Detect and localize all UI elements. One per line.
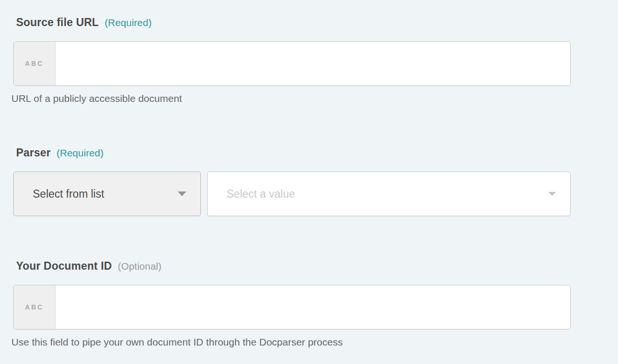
parser-value-dropdown[interactable]: Select a value (207, 172, 571, 216)
text-field-type-icon: ABC (14, 42, 55, 85)
parser-mode-dropdown[interactable]: Select from list (13, 172, 201, 216)
document-id-input[interactable] (55, 285, 570, 329)
chevron-down-icon (178, 191, 186, 196)
document-id-label: Your Document ID (16, 260, 112, 272)
zap-field-form: Source file URL (Required) ABC URL of a … (0, 0, 584, 348)
parser-controls-row: Select from list Select a value (13, 172, 571, 216)
document-id-optional-tag: (Optional) (118, 261, 162, 272)
source-url-help-text: URL of a publicly accessible document (11, 92, 571, 105)
parser-required-tag: (Required) (56, 147, 103, 158)
field-group-document-id: Your Document ID (Optional) ABC Use this… (13, 260, 571, 348)
text-field-type-icon: ABC (14, 285, 55, 329)
source-url-required-tag: (Required) (105, 17, 152, 28)
parser-label: Parser (16, 146, 51, 159)
parser-mode-dropdown-label: Select from list (33, 188, 104, 200)
source-url-input[interactable] (55, 42, 570, 85)
chevron-down-icon (548, 192, 556, 196)
source-url-label: Source file URL (16, 16, 99, 28)
field-group-parser: Parser (Required) Select from list Selec… (13, 146, 571, 216)
document-id-help-text: Use this field to pipe your own document… (11, 336, 571, 348)
field-group-source-url: Source file URL (Required) ABC URL of a … (13, 16, 571, 105)
parser-value-placeholder: Select a value (227, 188, 295, 200)
document-id-label-row: Your Document ID (Optional) (16, 260, 571, 273)
source-url-label-row: Source file URL (Required) (16, 16, 571, 30)
parser-label-row: Parser (Required) (16, 146, 571, 160)
source-url-input-box: ABC (13, 41, 571, 86)
document-id-input-box: ABC (13, 285, 571, 329)
